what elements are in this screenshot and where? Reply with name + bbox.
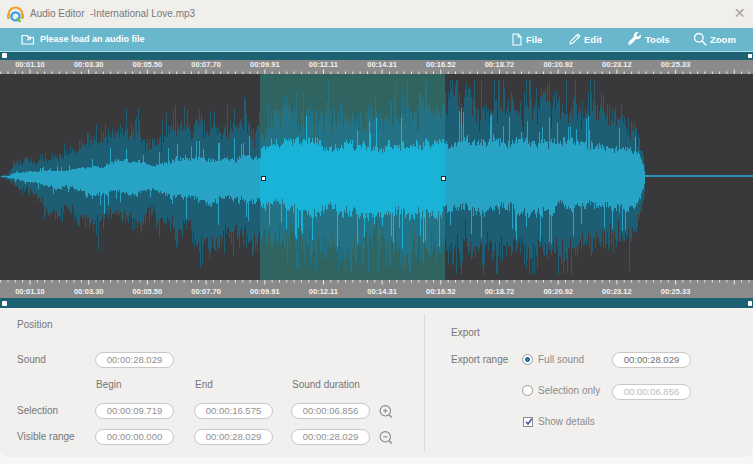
svg-text:00:03.30: 00:03.30 <box>74 287 104 296</box>
svg-text:00:25.33: 00:25.33 <box>661 287 691 296</box>
svg-text:00:05.50: 00:05.50 <box>133 60 163 69</box>
svg-text:00:23.12: 00:23.12 <box>602 60 632 69</box>
svg-text:00:14.31: 00:14.31 <box>367 287 397 296</box>
svg-text:00:14.31: 00:14.31 <box>367 60 397 69</box>
svg-text:00:07.70: 00:07.70 <box>191 60 221 69</box>
svg-text:00:05.50: 00:05.50 <box>133 287 163 296</box>
svg-text:00:25.33: 00:25.33 <box>661 60 691 69</box>
svg-text:00:07.70: 00:07.70 <box>191 287 221 296</box>
svg-text:00:09.91: 00:09.91 <box>250 60 280 69</box>
svg-text:00:01.10: 00:01.10 <box>15 60 45 69</box>
svg-text:00:16.52: 00:16.52 <box>426 287 456 296</box>
svg-text:00:16.52: 00:16.52 <box>426 60 456 69</box>
svg-text:00:18.72: 00:18.72 <box>485 287 515 296</box>
svg-text:00:20.92: 00:20.92 <box>543 287 573 296</box>
svg-text:00:12.11: 00:12.11 <box>309 60 338 69</box>
svg-text:00:23.12: 00:23.12 <box>602 287 632 296</box>
svg-text:00:20.92: 00:20.92 <box>543 60 573 69</box>
svg-text:00:01.10: 00:01.10 <box>15 287 45 296</box>
svg-text:00:12.11: 00:12.11 <box>309 287 338 296</box>
svg-text:00:18.72: 00:18.72 <box>485 60 515 69</box>
svg-text:00:03.30: 00:03.30 <box>74 60 104 69</box>
svg-text:00:09.91: 00:09.91 <box>250 287 280 296</box>
